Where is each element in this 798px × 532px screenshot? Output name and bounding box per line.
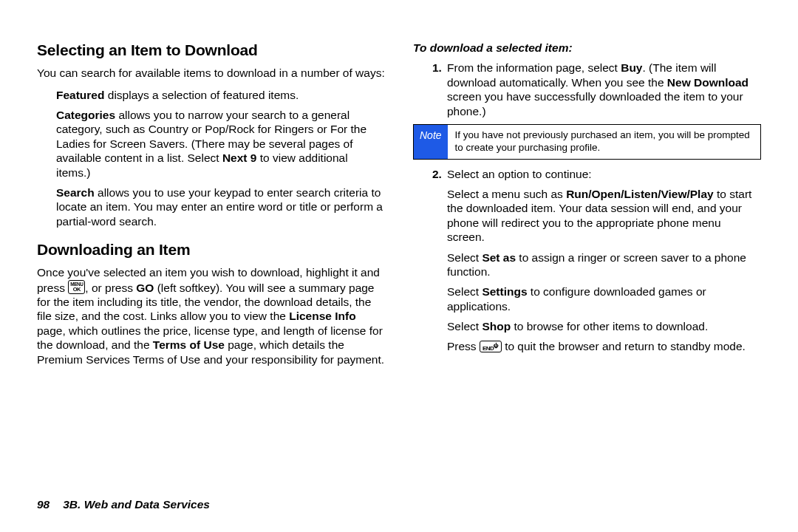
step-2: 2. Select an option to continue:: [432, 167, 761, 181]
search-rest: allows you to use your keypad to enter s…: [56, 186, 383, 228]
bold-search: Search: [56, 186, 95, 199]
left-column: Selecting an Item to Download You can se…: [37, 41, 385, 374]
step-2-text: Select an option to continue:: [447, 167, 592, 181]
bold-go: GO: [136, 282, 154, 294]
section-title: 3B. Web and Data Services: [63, 498, 210, 511]
featured-rest: displays a selection of featured items.: [104, 89, 299, 101]
right-column: To download a selected item: 1. From the…: [413, 41, 761, 374]
option-run: Select a menu such as Run/Open/Listen/Vi…: [447, 187, 761, 245]
bold-shop: Shop: [482, 320, 511, 332]
categories-item: Categories allows you to narrow your sea…: [56, 108, 385, 180]
featured-item: Featured displays a selection of feature…: [56, 88, 385, 102]
option-end: Press END⏻ to quit the browser and retur…: [447, 339, 761, 353]
note-box: Note If you have not previously purchase…: [413, 124, 761, 160]
option-settings: Select Settings to configure downloaded …: [447, 284, 761, 313]
bold-run: Run/Open/Listen/View/Play: [566, 188, 714, 200]
step-2-number: 2.: [432, 167, 447, 181]
bold-categories: Categories: [56, 109, 115, 121]
bold-next9: Next 9: [222, 151, 257, 164]
heading-downloading: Downloading an Item: [37, 240, 385, 259]
bold-settings: Settings: [482, 285, 527, 298]
step-1: 1. From the information page, select Buy…: [432, 61, 761, 118]
page-footer: 983B. Web and Data Services: [37, 497, 210, 511]
search-item: Search allows you to use your keypad to …: [56, 185, 385, 228]
bold-license: License Info: [289, 310, 355, 322]
bold-new-download: New Download: [667, 76, 748, 89]
dl-text-b: , or press: [85, 282, 136, 294]
step-1-number: 1.: [432, 61, 447, 118]
step-1-text: From the information page, select Buy. (…: [447, 61, 761, 118]
bold-featured: Featured: [56, 89, 104, 101]
end-key-icon: END⏻: [480, 341, 502, 353]
subhead-download: To download a selected item:: [413, 41, 761, 55]
heading-selecting: Selecting an Item to Download: [37, 41, 385, 60]
bold-buy: Buy: [621, 61, 642, 74]
bold-terms: Terms of Use: [153, 338, 225, 351]
option-shop: Select Shop to browse for other items to…: [447, 319, 761, 333]
option-set-as: Select Set as to assign a ringer or scre…: [447, 250, 761, 279]
note-text: If you have not previously purchased an …: [448, 125, 760, 159]
menu-ok-key-icon: MENUOK: [68, 280, 85, 294]
page-number: 98: [37, 498, 50, 511]
note-label: Note: [414, 125, 448, 159]
intro-paragraph: You can search for available items to do…: [37, 66, 385, 80]
downloading-paragraph: Once you've selected an item you wish to…: [37, 265, 385, 366]
bold-set-as: Set as: [482, 251, 516, 264]
